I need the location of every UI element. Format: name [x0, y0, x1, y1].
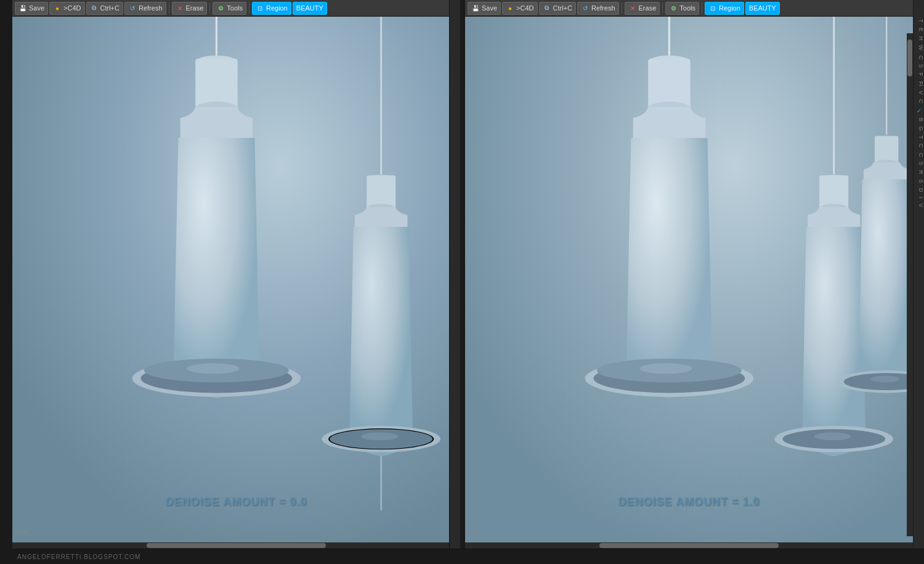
- bottom-credit: ANGELOFERRETTI.BLOGSPOT.COM: [17, 554, 140, 560]
- right-refresh-label: Refresh: [591, 4, 615, 12]
- left-save-label: Save: [29, 4, 44, 12]
- right-beauty-button[interactable]: BEAUTY: [745, 2, 780, 15]
- left-denoise-label: DENOISE AMOUNT = 0.0: [166, 496, 307, 509]
- sidebar-item-D[interactable]: D: [914, 186, 924, 195]
- sidebar-item-C1[interactable]: C: [914, 53, 924, 62]
- sidebar-item-H[interactable]: H: [914, 34, 924, 43]
- sidebar-item-I[interactable]: I: [914, 194, 924, 201]
- svg-rect-5: [195, 59, 237, 108]
- left-c4d-button[interactable]: ● >C4D: [49, 2, 84, 15]
- right-erase-label: Erase: [639, 4, 657, 12]
- right-save-label: Save: [482, 4, 497, 12]
- left-refresh-label: Refresh: [139, 4, 163, 12]
- bottom-bar: ANGELOFERRETTI.BLOGSPOT.COM: [12, 549, 924, 564]
- tools-icon: ⚙: [216, 4, 225, 12]
- sidebar-item-S1[interactable]: S: [914, 62, 924, 70]
- right-beauty-label: BEAUTY: [749, 4, 776, 12]
- left-cam-info: Cam: [15, 529, 26, 535]
- svg-point-28: [639, 363, 692, 374]
- sidebar-item-S2[interactable]: S: [914, 159, 924, 168]
- right-panel-wrapper: 💾 Save ● >C4D ⧉ Ctrl+C ↺ Refresh: [465, 0, 913, 549]
- right-tools-button[interactable]: ⚙ Tools: [665, 2, 699, 15]
- sidebar-item-C4[interactable]: C: [914, 150, 924, 160]
- left-h-scrollbar[interactable]: [12, 542, 460, 549]
- panels-row: 💾 Save ● >C4D ⧉ Ctrl+C ↺ Refresh: [12, 0, 924, 549]
- panel-divider: [460, 0, 465, 549]
- left-tools-label: Tools: [227, 4, 243, 12]
- sidebar-item-V2[interactable]: V: [914, 201, 924, 210]
- svg-point-17: [362, 433, 399, 441]
- right-toolbar-sep1: [622, 2, 622, 14]
- sidebar-item-B[interactable]: B: [914, 115, 924, 124]
- left-panel-right-strip: [449, 0, 460, 549]
- right-c4d-icon: ●: [506, 4, 514, 12]
- sidebar-item-S3[interactable]: S: [914, 177, 924, 186]
- right-copy-icon: ⧉: [543, 4, 551, 12]
- right-toolbar: 💾 Save ● >C4D ⧉ Ctrl+C ↺ Refresh: [465, 0, 913, 17]
- left-toolbar-sep3: [249, 2, 249, 14]
- right-erase-icon: ✕: [628, 4, 637, 12]
- right-v-scrollbar-thumb[interactable]: [907, 39, 912, 76]
- left-region-label: Region: [266, 4, 288, 12]
- left-sidebar: [0, 0, 12, 564]
- sidebar-item-C2[interactable]: C: [914, 97, 924, 106]
- svg-rect-23: [648, 59, 690, 108]
- sidebar-item-E[interactable]: E: [914, 25, 924, 34]
- right-cam-info: Cam: [468, 529, 479, 535]
- svg-point-34: [814, 433, 851, 441]
- panels-area: 💾 Save ● >C4D ⧉ Ctrl+C ↺ Refresh: [12, 0, 924, 564]
- right-region-icon: ⊡: [708, 4, 717, 12]
- left-render-viewport: DENOISE AMOUNT = 0.0 Cam: [12, 17, 460, 542]
- svg-rect-30: [819, 176, 848, 208]
- right-c4d-button[interactable]: ● >C4D: [502, 2, 537, 15]
- right-sidebar: T E H W C S F Fi V C ✓ B G T C C S R S D: [913, 0, 924, 549]
- left-h-scrollbar-thumb[interactable]: [147, 543, 326, 548]
- right-save-icon: 💾: [471, 4, 480, 12]
- sidebar-item-R[interactable]: R: [914, 168, 924, 177]
- sidebar-item-V[interactable]: V: [914, 88, 924, 97]
- main-container: 💾 Save ● >C4D ⧉ Ctrl+C ↺ Refresh: [0, 0, 924, 564]
- right-region-label: Region: [719, 4, 740, 12]
- right-region-button[interactable]: ⊡ Region: [705, 2, 744, 15]
- right-erase-button[interactable]: ✕ Erase: [625, 2, 660, 15]
- right-denoise-label: DENOISE AMOUNT = 1.0: [618, 496, 760, 509]
- left-render-image: DENOISE AMOUNT = 0.0 Cam: [12, 17, 460, 542]
- svg-point-41: [871, 376, 900, 383]
- sidebar-item-F1[interactable]: F: [914, 70, 924, 79]
- sidebar-item-W[interactable]: W: [914, 43, 924, 53]
- left-erase-button[interactable]: ✕ Erase: [172, 2, 208, 15]
- right-tools-label: Tools: [679, 4, 695, 12]
- right-render-image: DENOISE AMOUNT = 1.0 Cam: [465, 17, 913, 542]
- right-v-scrollbar[interactable]: [907, 33, 913, 536]
- right-save-button[interactable]: 💾 Save: [468, 2, 501, 15]
- sidebar-item-C3[interactable]: C: [914, 141, 924, 150]
- sidebar-item-G[interactable]: G: [914, 124, 924, 133]
- right-render-viewport: DENOISE AMOUNT = 1.0 Cam: [465, 17, 913, 542]
- right-h-scrollbar-thumb[interactable]: [599, 543, 779, 548]
- left-refresh-button[interactable]: ↺ Refresh: [124, 2, 166, 15]
- left-c4d-label: >C4D: [63, 4, 81, 12]
- c4d-icon: ●: [53, 4, 62, 12]
- right-copy-button[interactable]: ⧉ Ctrl+C: [539, 2, 576, 15]
- left-toolbar-sep2: [209, 2, 210, 14]
- svg-rect-12: [367, 176, 395, 208]
- sidebar-item-T2[interactable]: T: [914, 133, 924, 142]
- svg-point-10: [187, 363, 240, 374]
- right-refresh-button[interactable]: ↺ Refresh: [577, 2, 619, 15]
- sidebar-item-T[interactable]: T: [914, 17, 924, 25]
- right-h-scrollbar[interactable]: [465, 542, 913, 549]
- left-beauty-button[interactable]: BEAUTY: [293, 2, 327, 15]
- sidebar-item-Fi[interactable]: Fi: [914, 79, 924, 89]
- erase-icon: ✕: [176, 4, 184, 12]
- left-panel-wrapper: 💾 Save ● >C4D ⧉ Ctrl+C ↺ Refresh: [12, 0, 460, 549]
- right-toolbar-sep2: [662, 2, 663, 14]
- right-cam-text: Cam: [468, 529, 479, 535]
- left-save-button[interactable]: 💾 Save: [15, 2, 48, 15]
- left-toolbar-sep1: [169, 2, 169, 14]
- left-tools-button[interactable]: ⚙ Tools: [213, 2, 246, 15]
- save-icon: 💾: [18, 4, 27, 12]
- left-copy-button[interactable]: ⧉ Ctrl+C: [86, 2, 123, 15]
- sidebar-check: ✓: [914, 106, 924, 115]
- left-region-button[interactable]: ⊡ Region: [252, 2, 291, 15]
- right-lamp-scene: [465, 17, 913, 542]
